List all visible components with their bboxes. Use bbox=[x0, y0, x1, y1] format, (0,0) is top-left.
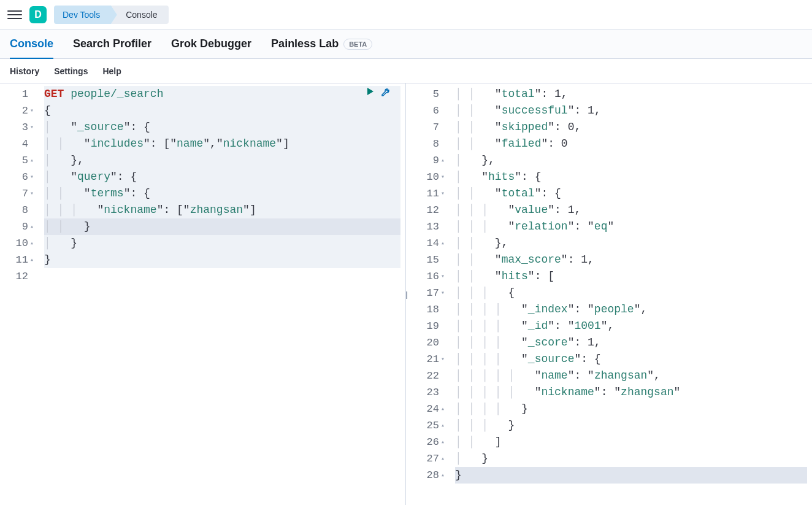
response-gutter: 5 6 7 8 9▴10▾11▾12 13 14▴15 16▾17▾18 19 … bbox=[406, 83, 450, 505]
response-viewer[interactable]: │ │ "total": 1,│ │ "successful": 1,│ │ "… bbox=[450, 83, 812, 505]
play-icon[interactable] bbox=[366, 87, 375, 97]
tab-label: Console bbox=[10, 37, 53, 50]
request-pane: 1 2▾3▾4 5▴6▾7▾8 9▴10▴11▴12 GET people/_s… bbox=[0, 83, 406, 505]
app-badge[interactable]: D bbox=[29, 6, 47, 23]
tabbar: Console Search Profiler Grok Debugger Pa… bbox=[0, 29, 812, 59]
tab-painless-lab[interactable]: Painless LabBETA bbox=[271, 29, 372, 58]
tab-console[interactable]: Console bbox=[10, 29, 53, 58]
tab-search-profiler[interactable]: Search Profiler bbox=[73, 29, 151, 58]
tab-grok-debugger[interactable]: Grok Debugger bbox=[171, 29, 251, 58]
beta-badge: BETA bbox=[343, 39, 372, 50]
tab-label: Search Profiler bbox=[73, 37, 151, 50]
menu-icon[interactable] bbox=[7, 7, 22, 22]
breadcrumb: Dev Tools Console bbox=[54, 6, 169, 24]
tab-label: Painless Lab bbox=[271, 37, 339, 50]
breadcrumb-dev-tools[interactable]: Dev Tools bbox=[54, 6, 111, 24]
subbar-history[interactable]: History bbox=[10, 66, 39, 76]
subbar-settings[interactable]: Settings bbox=[54, 66, 88, 76]
topbar: D Dev Tools Console bbox=[0, 0, 812, 29]
subbar: History Settings Help bbox=[0, 59, 812, 83]
breadcrumb-console[interactable]: Console bbox=[111, 6, 168, 24]
wrench-icon[interactable] bbox=[381, 87, 391, 97]
tab-label: Grok Debugger bbox=[171, 37, 251, 50]
request-actions bbox=[366, 87, 391, 97]
workspace: 1 2▾3▾4 5▴6▾7▾8 9▴10▴11▴12 GET people/_s… bbox=[0, 83, 812, 505]
request-editor[interactable]: GET people/_search{│ "_source": {│ │ "in… bbox=[39, 83, 405, 505]
response-pane: 5 6 7 8 9▴10▾11▾12 13 14▴15 16▾17▾18 19 … bbox=[406, 83, 812, 505]
request-gutter: 1 2▾3▾4 5▴6▾7▾8 9▴10▴11▴12 bbox=[0, 83, 39, 505]
resize-handle[interactable]: || bbox=[405, 290, 407, 299]
subbar-help[interactable]: Help bbox=[102, 66, 121, 76]
